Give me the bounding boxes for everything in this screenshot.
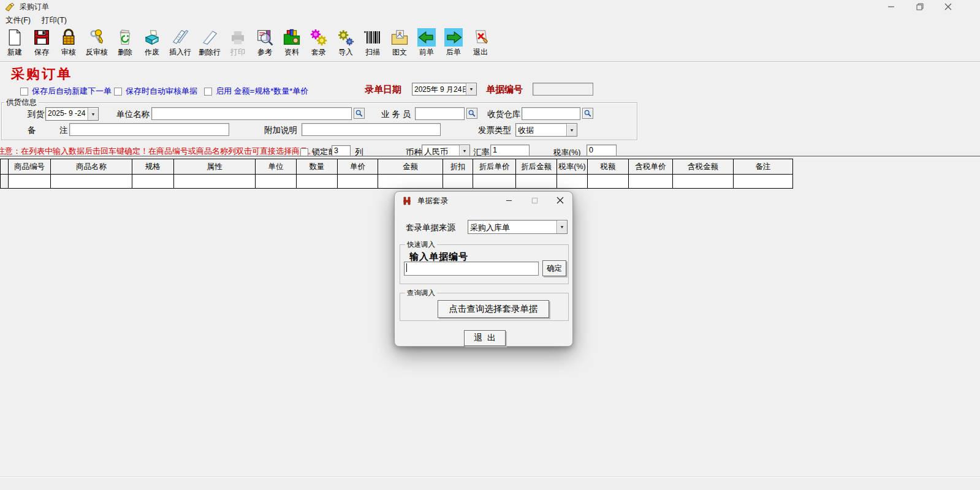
checkbox-auto-new[interactable]: 保存后自动新建下一单 <box>20 86 112 97</box>
minimize-button[interactable] <box>877 0 905 13</box>
toolbar-delete-row-button[interactable]: 删除行 <box>195 28 224 58</box>
text-caret <box>406 263 407 272</box>
grid-cell[interactable] <box>132 175 174 189</box>
grid-cell[interactable] <box>256 175 297 189</box>
unit-name-input[interactable] <box>151 107 352 120</box>
checkbox-auto-audit[interactable]: 保存时自动审核单据 <box>114 86 197 97</box>
arrive-date-combo[interactable]: 2025- 9 -24 ▼ <box>45 107 99 121</box>
dialog-minimize-button[interactable] <box>503 194 515 206</box>
extract-gears-icon <box>310 28 328 47</box>
row-selector-header <box>0 159 9 175</box>
warehouse-lookup-button[interactable] <box>582 108 593 119</box>
toolbar-save-button[interactable]: 保存 <box>28 28 55 58</box>
column-header[interactable]: 单价 <box>338 159 378 175</box>
row-selector-cell[interactable] <box>0 175 9 189</box>
column-header[interactable]: 商品名称 <box>51 159 132 175</box>
toolbar-data-button[interactable]: 资料 <box>278 28 305 58</box>
column-header[interactable]: 折后单价 <box>473 159 516 175</box>
lock-count-input[interactable]: 3 <box>332 145 351 156</box>
grid-cell[interactable] <box>629 175 673 189</box>
checkbox-box[interactable] <box>114 88 122 96</box>
toolbar-print-button: 打印 <box>224 28 251 58</box>
grid-empty-row <box>0 175 793 189</box>
dialog-exit-button[interactable]: 退 出 <box>464 330 506 346</box>
tax-rate-input[interactable]: 0 <box>587 145 617 156</box>
toolbar-scan-button[interactable]: 扫描 <box>359 28 386 58</box>
checkbox-box[interactable] <box>204 88 212 96</box>
column-header[interactable]: 金额 <box>378 159 443 175</box>
toolbar-image-button[interactable]: 图文 <box>386 28 413 58</box>
salesman-input[interactable] <box>415 107 465 120</box>
chevron-down-icon[interactable]: ▼ <box>88 108 98 120</box>
grid-cell[interactable] <box>378 175 443 189</box>
column-header[interactable]: 含税单价 <box>629 159 673 175</box>
menu-file[interactable]: 文件(F) <box>0 14 36 27</box>
exchange-rate-input[interactable]: 1 <box>490 145 530 156</box>
close-icon <box>556 197 564 204</box>
extra-note-label: 附加说明 <box>264 125 297 136</box>
grid-header-row: 商品编号 商品名称 规格 属性 单位 数量 单价 金额 折扣 折后单价 折后金额… <box>0 159 793 175</box>
extra-note-input[interactable] <box>302 123 441 136</box>
toolbar-insert-row-button[interactable]: 插入行 <box>165 28 195 58</box>
source-combo[interactable]: 采购入库单 ▼ <box>468 220 568 234</box>
toolbar-void-button[interactable]: 作废 <box>139 28 165 58</box>
supplier-group-title: 供货信息 <box>4 97 39 108</box>
grid-cell[interactable] <box>297 175 338 189</box>
grid-cell[interactable] <box>734 175 793 189</box>
column-header[interactable]: 税额 <box>588 159 629 175</box>
entry-date-combo[interactable]: 2025年 9 月24日 ▼ <box>412 83 477 96</box>
checkbox-box[interactable] <box>300 148 308 156</box>
column-header[interactable]: 商品编号 <box>9 159 51 175</box>
column-header[interactable]: 备注 <box>734 159 793 175</box>
grid-cell[interactable] <box>473 175 516 189</box>
toolbar-next-doc-button[interactable]: 后单 <box>440 28 467 58</box>
toolbar-extract-button[interactable]: 套录 <box>305 28 332 58</box>
unit-lookup-button[interactable] <box>354 108 365 119</box>
column-header[interactable]: 数量 <box>297 159 338 175</box>
chevron-down-icon[interactable]: ▼ <box>556 221 567 233</box>
column-header[interactable]: 折扣 <box>443 159 473 175</box>
restore-button[interactable] <box>906 0 934 13</box>
grid-cell[interactable] <box>338 175 378 189</box>
grid-cell[interactable] <box>588 175 629 189</box>
menu-print[interactable]: 打印(T) <box>36 14 72 27</box>
ok-button[interactable]: 确定 <box>542 260 566 276</box>
toolbar-audit-button[interactable]: 审核 <box>55 28 82 58</box>
grid-cell[interactable] <box>174 175 256 189</box>
remark-input[interactable] <box>69 123 229 136</box>
close-button[interactable] <box>934 0 962 13</box>
toolbar-unaudit-button[interactable]: 反审核 <box>82 28 112 58</box>
toolbar-exit-button[interactable]: 退出 <box>467 28 494 58</box>
toolbar-delete-button[interactable]: 删除 <box>112 28 139 58</box>
toolbar-new-button[interactable]: 新建 <box>1 28 28 58</box>
salesman-lookup-button[interactable] <box>466 108 477 119</box>
chevron-down-icon[interactable]: ▼ <box>466 83 476 95</box>
chevron-down-icon[interactable]: ▼ <box>566 124 577 136</box>
toolbar-prev-doc-button[interactable]: 前单 <box>413 28 440 58</box>
dialog-close-button[interactable] <box>554 194 566 206</box>
column-header[interactable]: 含税金额 <box>673 159 734 175</box>
print-icon <box>229 28 247 47</box>
grid-cell[interactable] <box>673 175 734 189</box>
checkbox-enable-formula[interactable]: 启用 金额=规格*数量*单价 <box>204 86 308 97</box>
toolbar-reference-button[interactable]: 参考 <box>251 28 278 58</box>
status-strip <box>0 478 980 490</box>
column-header[interactable]: 折后金额 <box>516 159 557 175</box>
grid-cell[interactable] <box>516 175 557 189</box>
invoice-type-combo[interactable]: 收据 ▼ <box>515 123 577 137</box>
grid-cell[interactable] <box>9 175 51 189</box>
warehouse-input[interactable] <box>522 107 580 120</box>
doc-number-input[interactable] <box>404 262 539 276</box>
remark-label-2: 注 <box>59 125 68 136</box>
toolbar-import-button[interactable]: 导入 <box>332 28 359 58</box>
grid-cell[interactable] <box>443 175 473 189</box>
grid-cell[interactable] <box>51 175 132 189</box>
query-select-button[interactable]: 点击查询选择套录单据 <box>438 300 549 318</box>
column-header[interactable]: 单位 <box>256 159 297 175</box>
column-header[interactable]: 属性 <box>174 159 256 175</box>
column-header[interactable]: 税率(%) <box>557 159 588 175</box>
checkbox-box[interactable] <box>20 88 28 96</box>
grid-cell[interactable] <box>557 175 588 189</box>
column-header[interactable]: 规格 <box>132 159 174 175</box>
purchase-order-window: 采购订单 文件(F) 打印(T) 新建 保存 审核 反审核 删除 <box>0 0 980 490</box>
